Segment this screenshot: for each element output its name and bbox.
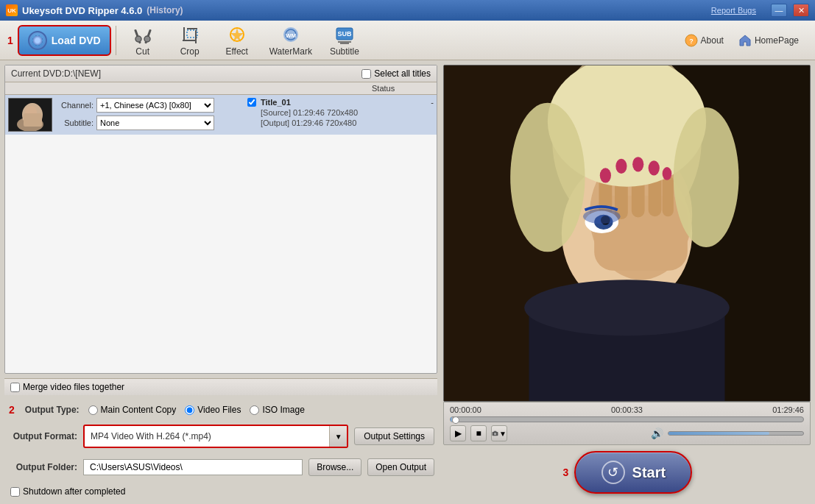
close-button[interactable]: ✕ [793,4,809,17]
open-output-button[interactable]: Open Output [367,458,434,476]
volume-slider[interactable] [668,431,804,436]
shutdown-row: Shutdown after completed [4,483,437,500]
channel-subtitle-area: Channel: +1, Chinese (AC3) [0x80] Subtit… [57,98,243,132]
right-panel: 00:00:00 00:00:33 01:29:46 ▶ ■ ▼ [442,60,815,504]
merge-row: Merge video files together [4,378,437,395]
load-dvd-label: Load DVD [52,35,101,46]
svg-point-41 [510,103,585,252]
crop-button[interactable]: Crop [168,21,212,60]
subtitle-icon: SUB [334,24,355,45]
output-format-select-wrapper[interactable]: MP4 Video With H.264 (*.mp4) ▼ [83,425,348,448]
svg-rect-23 [24,113,42,127]
output-settings-button[interactable]: Output Settings [354,427,434,445]
toolbar-right: ? About HomePage [680,31,803,50]
svg-point-3 [144,36,150,42]
subtitle-label: Subtitle: [57,118,94,127]
volume-icon: 🔊 [651,427,663,439]
main-content-copy-option[interactable]: Main Content Copy [88,405,177,415]
start-icon: ↺ [601,461,625,484]
report-bugs-link[interactable]: Report Bugs [711,6,756,15]
toolbar-divider-1 [116,26,116,55]
left-panel: Current DVD:D:\[NEW] Select all titles S… [0,60,442,504]
channel-label: Channel: [57,101,94,110]
titlebar-left: UK Ukeysoft DVD Ripper 4.6.0 (History) [6,4,183,16]
video-files-label: Video Files [197,405,241,415]
shutdown-checkbox[interactable] [10,487,20,497]
subtitle-button[interactable]: SUB Subtitle [322,21,367,60]
time-start: 00:00:00 [450,405,481,414]
thumbnail [8,98,52,132]
step-3-label: 3 [562,466,571,478]
minimize-button[interactable]: — [771,4,787,17]
main-content-copy-label: Main Content Copy [101,405,177,415]
svg-point-42 [674,107,739,247]
merge-checkbox[interactable] [10,383,20,392]
start-button[interactable]: ↺ Start [574,451,692,494]
load-dvd-button[interactable]: Load DVD [18,25,111,56]
svg-text:?: ? [689,38,694,45]
output-format-row: Output Format: MP4 Video With H.264 (*.m… [4,422,437,451]
cut-icon [133,24,153,45]
dvd-icon [28,31,47,50]
svg-point-46 [649,160,660,175]
subtitle-label: Subtitle [330,46,359,57]
step-1-label: 1 [6,35,15,46]
effect-label: Effect [225,46,247,57]
svg-point-47 [663,167,672,180]
output-type-row: 2 Output Type: Main Content Copy Video F… [4,400,437,417]
svg-point-45 [632,157,643,171]
watermark-icon: WM [281,24,301,45]
app-history: (History) [147,5,183,15]
file-list-header: Current DVD:D:\[NEW] Select all titles [5,65,437,82]
svg-point-43 [600,168,611,182]
iso-image-label: ISO Image [262,405,304,415]
app-title: Ukeysoft DVD Ripper 4.6.0 [22,5,142,16]
select-all-checkbox[interactable] [361,69,371,79]
homepage-button[interactable]: HomePage [734,31,803,50]
toolbar: 1 Load DVD Cut [0,21,815,60]
effect-button[interactable]: Effect [215,21,259,60]
step-2-label: 2 [7,404,16,416]
subtitle-row: Subtitle: None [57,116,243,130]
time-end: 01:29:46 [772,405,804,414]
time-row: 00:00:00 00:00:33 01:29:46 [450,405,804,414]
title-checkbox[interactable] [247,98,256,107]
screenshot-button[interactable]: ▼ [491,425,507,441]
progress-knob[interactable] [452,416,459,424]
select-all-label: Select all titles [374,68,431,79]
watermark-button[interactable]: WM WaterMark [262,21,320,60]
progress-bar[interactable] [450,416,804,422]
title-row: Channel: +1, Chinese (AC3) [0x80] Subtit… [5,95,437,135]
browse-button[interactable]: Browse... [308,458,361,476]
subtitle-select[interactable]: None [96,116,214,130]
toolbar-left: 1 Load DVD Cut [6,21,367,60]
output-folder-label: Output Folder: [7,462,77,472]
status-value: - [431,98,434,107]
title-name: Title_01 [261,98,291,107]
channel-select[interactable]: +1, Chinese (AC3) [0x80] [96,98,214,113]
volume-fill [668,432,769,435]
cut-label: Cut [135,46,149,57]
iso-image-option[interactable]: ISO Image [250,405,304,415]
shutdown-label: Shutdown after completed [23,486,125,497]
current-dvd-label: Current DVD:D:\[NEW] [11,68,101,79]
video-files-option[interactable]: Video Files [185,405,241,415]
svg-point-44 [615,159,627,174]
start-section: 3 ↺ Start [443,445,811,500]
homepage-label: HomePage [755,35,799,46]
output-folder-input[interactable] [83,459,303,475]
svg-point-2 [135,36,141,42]
home-icon [738,34,752,47]
title-name-row: Title_01 - [247,98,434,107]
titlebar: UK Ukeysoft DVD Ripper 4.6.0 (History) R… [0,0,815,21]
title-info-area: Title_01 - [Source] 01:29:46 720x480 [Ou… [247,98,434,132]
cut-button[interactable]: Cut [121,21,165,60]
play-button[interactable]: ▶ [450,425,466,441]
output-format-dropdown-arrow[interactable]: ▼ [329,426,347,447]
svg-point-49 [524,280,730,336]
svg-rect-52 [494,431,497,432]
svg-rect-35 [663,175,674,216]
svg-text:WM: WM [286,32,297,39]
about-button[interactable]: ? About [680,31,728,50]
stop-button[interactable]: ■ [470,425,487,441]
